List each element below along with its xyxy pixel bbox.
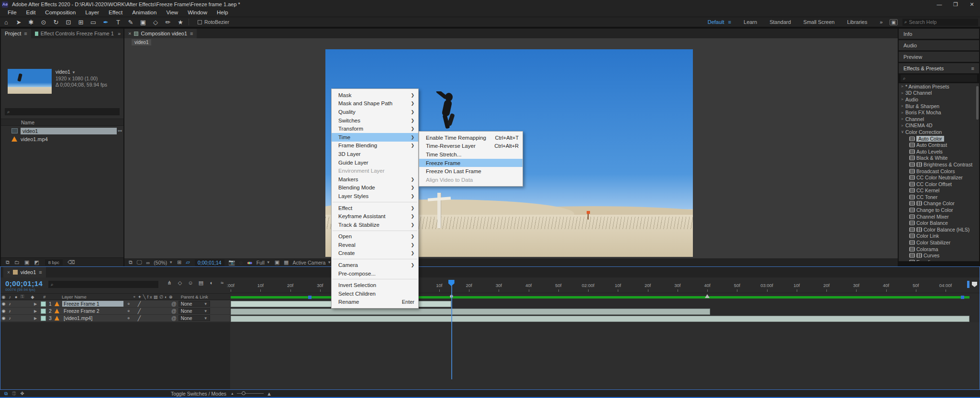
clone-stamp-tool[interactable]: ▣ <box>137 17 149 27</box>
expand-in-out-icon[interactable]: ⎅ <box>12 391 16 397</box>
work-area-end-handle[interactable] <box>961 296 964 299</box>
hand-tool[interactable]: ✱ <box>25 17 37 27</box>
menu-help[interactable]: Help <box>212 9 233 17</box>
workspace-overflow-icon[interactable]: » <box>880 19 882 25</box>
new-comp-icon[interactable]: ▣ <box>24 259 29 265</box>
menu-item-invert-selection[interactable]: Invert Selection <box>332 281 418 289</box>
effects-search-input[interactable]: ⌕ <box>901 75 977 82</box>
zoom-slider-knob[interactable] <box>242 391 245 395</box>
pen-tool[interactable]: ✒ <box>100 17 112 27</box>
close-tab-icon[interactable]: × <box>128 31 131 36</box>
panel-menu-icon[interactable]: ≡ <box>24 31 27 36</box>
effect-item-auto-levels[interactable]: Auto Levels <box>899 148 979 155</box>
effect-item-cc-color-offset[interactable]: CC Color Offset <box>899 181 979 188</box>
tab-effect-controls[interactable]: Effect Controls Freeze Frame 1 <box>31 29 118 38</box>
panel-menu-icon[interactable]: ≡ <box>39 269 42 275</box>
rotation-tool[interactable]: ↻ <box>50 17 62 27</box>
rotobezier-option[interactable]: RotoBezier <box>198 19 229 25</box>
viewer-comp-chip[interactable]: video1 <box>132 39 151 45</box>
menu-layer[interactable]: Layer <box>80 9 104 17</box>
label-color-chip[interactable] <box>41 316 46 321</box>
effects-group-color-correction[interactable]: ∨Color Correction <box>899 129 979 135</box>
effect-item-color-balance[interactable]: Color Balance <box>899 220 979 226</box>
pick-whip-icon[interactable]: @ <box>171 301 177 307</box>
workspace-small-screen[interactable]: Small Screen <box>803 19 835 25</box>
video-eye-icon[interactable]: ◉ <box>0 316 7 321</box>
effects-group-3d-channel[interactable]: >3D Channel <box>899 90 979 97</box>
menu-item-camera[interactable]: Camera❯ <box>332 261 418 269</box>
menu-item-markers[interactable]: Markers❯ <box>332 175 418 184</box>
effect-item-curves[interactable]: Curves <box>899 252 979 259</box>
panel-header-info[interactable]: Info <box>899 29 979 39</box>
expand-arrow-icon[interactable]: ▶ <box>32 316 39 321</box>
shy-switch[interactable]: ⚬ <box>123 301 134 307</box>
restore-button[interactable]: ❐ <box>947 0 964 9</box>
fx-switch[interactable] <box>145 308 155 314</box>
trash-icon[interactable]: ⌫ <box>67 259 75 265</box>
fx-switch[interactable] <box>145 315 155 321</box>
menu-window[interactable]: Window <box>183 9 212 17</box>
quality-switch[interactable]: ╱ <box>134 308 145 314</box>
panel-menu-icon[interactable]: ≡ <box>190 31 193 36</box>
menu-item-switches[interactable]: Switches❯ <box>332 116 418 125</box>
camera-tool[interactable]: ⊡ <box>62 17 75 27</box>
timeline-search-input[interactable]: ⌕ <box>48 281 158 288</box>
comp-current-time[interactable]: 0;00;01;14 <box>195 259 224 266</box>
composition-marker-triangle[interactable] <box>705 294 710 298</box>
menu-item-time[interactable]: Time❯ <box>332 133 418 142</box>
project-item-video1.mp4[interactable]: video1.mp4 <box>1 135 123 143</box>
menu-item-rename[interactable]: RenameEnter <box>332 298 418 307</box>
selection-tool[interactable]: ➤ <box>12 17 25 27</box>
expand-layers-icon[interactable]: ⧉ <box>4 391 8 397</box>
effects-group--animation-presets[interactable]: >* Animation Presets <box>899 83 979 90</box>
parent-dropdown[interactable]: None▼ <box>178 301 210 307</box>
help-search[interactable]: ⌕ <box>902 19 978 26</box>
active-camera-value[interactable]: Active Camera <box>292 260 325 265</box>
quality-switch[interactable]: ╱ <box>134 315 145 321</box>
submenu-item-enable-time-remapping[interactable]: Enable Time RemappingCtrl+Alt+T <box>419 133 523 142</box>
shy-switch[interactable]: ⚬ <box>123 308 134 314</box>
expand-arrow-icon[interactable]: ▶ <box>32 302 39 306</box>
effect-item-broadcast-colors[interactable]: Broadcast Colors <box>899 168 979 175</box>
help-search-input[interactable] <box>909 19 967 25</box>
menu-item-mask[interactable]: Mask❯ <box>332 91 418 100</box>
project-column-header[interactable]: Name <box>1 119 123 126</box>
magnification-value[interactable]: (50%) <box>154 260 167 265</box>
parent-dropdown[interactable]: None▼ <box>178 308 210 314</box>
footage-name[interactable]: video1 <box>56 69 70 75</box>
graph-editor-icon[interactable]: ≈ <box>217 280 227 286</box>
puppet-pin-tool[interactable]: ★ <box>174 17 187 27</box>
toggle-switches-modes-button[interactable]: Toggle Switches / Modes <box>158 391 239 397</box>
panel-header-preview[interactable]: Preview <box>899 52 979 62</box>
layer-name[interactable]: Freeze Frame 2 <box>62 308 123 314</box>
effects-group-channel[interactable]: >Channel <box>899 116 979 122</box>
effect-item-colorama[interactable]: Colorama <box>899 246 979 253</box>
zoom-tool[interactable]: ⊙ <box>37 17 50 27</box>
effect-item-channel-mixer[interactable]: Channel Mixer <box>899 213 979 220</box>
label-color-chip[interactable] <box>41 301 46 307</box>
vr-icon[interactable]: ∞ <box>146 260 150 265</box>
submenu-item-time-stretch-[interactable]: Time Stretch... <box>419 150 523 159</box>
workspace-libraries[interactable]: Libraries <box>847 19 867 25</box>
label-color-chip[interactable] <box>41 309 46 314</box>
expand-arrow-icon[interactable]: ▶ <box>32 309 39 313</box>
timeline-end-handle[interactable] <box>967 281 969 288</box>
motion-blur-icon[interactable]: ◐ <box>206 280 217 286</box>
channels-icon[interactable]: ●●● <box>247 260 253 265</box>
layer-row-3[interactable]: ◉♪▶3[video1.mp4]⚬╱@None▼ <box>0 315 230 322</box>
effect-item-change-color[interactable]: Change Color <box>899 200 979 207</box>
project-settings-icon[interactable]: ⧉ <box>6 259 10 265</box>
audio-speaker-icon[interactable]: ♪ <box>7 316 13 321</box>
menu-item-track-stabilize[interactable]: Track & Stabilize❯ <box>332 221 418 229</box>
submenu-item-freeze-on-last-frame[interactable]: Freeze On Last Frame <box>419 167 523 176</box>
main-viewer-icon[interactable]: 🖵 <box>137 259 142 265</box>
effect-item-auto-contrast[interactable]: Auto Contrast <box>899 142 979 148</box>
snapshot-icon[interactable]: 📷 <box>229 259 235 265</box>
panel-overflow-icon[interactable]: » <box>118 31 121 36</box>
project-search-input[interactable]: ⌕ <box>5 108 120 115</box>
eraser-tool[interactable]: ◇ <box>149 17 162 27</box>
layer-name[interactable]: Freeze Frame 1 <box>62 301 123 307</box>
effects-group-cinema-4d[interactable]: >CINEMA 4D <box>899 122 979 129</box>
rotobezier-checkbox[interactable] <box>198 20 202 24</box>
effect-item-color-balance-hls-[interactable]: Color Balance (HLS) <box>899 226 979 233</box>
